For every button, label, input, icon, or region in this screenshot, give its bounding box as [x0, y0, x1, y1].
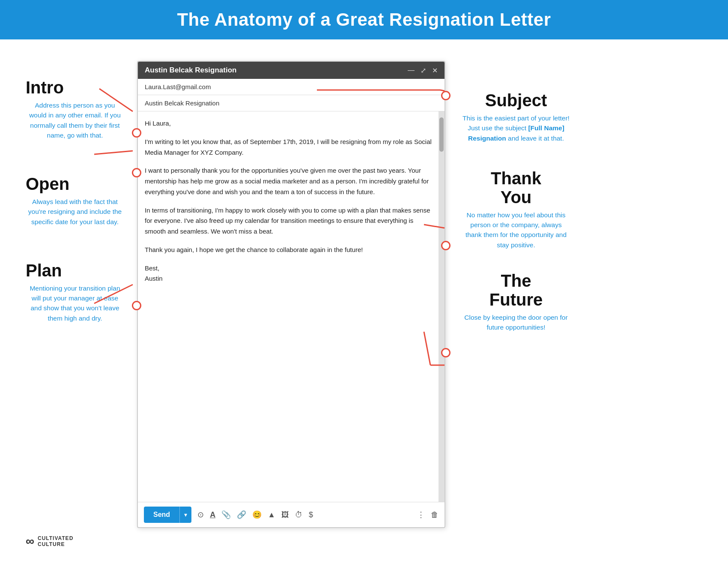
- open-circle-marker: [132, 168, 141, 177]
- intro-circle-marker: [132, 128, 141, 138]
- drive-icon[interactable]: ▲: [268, 510, 275, 519]
- subject-section-desc: This is the easiest part of your letter!…: [462, 113, 570, 143]
- delete-icon[interactable]: 🗑: [431, 510, 439, 519]
- plan-label: Plan: [26, 261, 124, 280]
- email-content: Hi Laura, I'm writing to let you know th…: [138, 111, 439, 502]
- text-format-icon[interactable]: A: [210, 510, 215, 519]
- greeting: Hi Laura,: [145, 118, 432, 129]
- send-button-group[interactable]: Send ▾: [144, 507, 191, 523]
- future-section: TheFuture Close by keeping the door open…: [462, 271, 570, 333]
- main-content: Intro Address this person as you would i…: [0, 39, 728, 545]
- subject-bold-text: [Full Name] Resignation: [468, 124, 564, 141]
- subject-section: Subject This is the easiest part of your…: [462, 91, 570, 143]
- page-title: The Anatomy of a Great Resignation Lette…: [17, 9, 711, 30]
- email-body: Hi Laura, I'm writing to let you know th…: [138, 111, 439, 299]
- paragraph-3: In terms of transitioning, I'm happy to …: [145, 205, 432, 237]
- send-button[interactable]: Send: [144, 507, 179, 523]
- thankyou-section: ThankYou No matter how you feel about th…: [462, 169, 570, 250]
- scrollbar-thumb[interactable]: [439, 117, 444, 152]
- future-section-desc: Close by keeping the door open for futur…: [462, 312, 570, 333]
- thankyou-section-desc: No matter how you feel about this person…: [462, 210, 570, 250]
- to-field[interactable]: Laura.Last@gmail.com: [138, 79, 445, 95]
- emoji-icon[interactable]: 😊: [252, 510, 262, 519]
- format-circle-icon[interactable]: ⊙: [197, 510, 204, 519]
- titlebar-controls: — ⤢ ✕: [408, 66, 438, 75]
- subject-circle-marker: [441, 91, 451, 100]
- branding-text: CULTIVATED CULTURE: [38, 535, 73, 548]
- open-desc: Always lead with the fact that you're re…: [26, 197, 124, 227]
- attachment-icon[interactable]: 📎: [221, 510, 231, 519]
- email-body-area: Hi Laura, I'm writing to let you know th…: [138, 111, 445, 502]
- email-title: Austin Belcak Resignation: [145, 66, 236, 75]
- email-toolbar: Send ▾ ⊙ A 📎 🔗 😊 ▲ 🖼 ⏱ $ ⋮ 🗑: [138, 502, 445, 527]
- thankyou-circle-marker: [441, 241, 451, 250]
- plan-circle-marker: [132, 301, 141, 310]
- maximize-button[interactable]: ⤢: [421, 66, 426, 75]
- intro-label: Intro: [26, 78, 124, 97]
- email-titlebar: Austin Belcak Resignation — ⤢ ✕: [138, 62, 445, 79]
- to-value: Laura.Last@gmail.com: [145, 83, 211, 90]
- branding-logo-icon: ∞: [26, 534, 34, 548]
- subject-section-label: Subject: [462, 91, 570, 110]
- paragraph-4: Thank you again, I hope we get the chanc…: [145, 245, 432, 255]
- right-sidebar: Subject This is the easiest part of your…: [450, 57, 570, 528]
- signature-text: Best,Austin: [145, 263, 432, 285]
- send-dropdown-button[interactable]: ▾: [179, 507, 191, 523]
- branding-name-line2: CULTURE: [38, 541, 73, 547]
- email-window: Austin Belcak Resignation — ⤢ ✕ Laura.La…: [137, 61, 445, 528]
- link-icon[interactable]: 🔗: [237, 510, 246, 519]
- future-circle-marker: [441, 348, 451, 357]
- dollar-icon[interactable]: $: [309, 510, 313, 519]
- future-section-label: TheFuture: [462, 271, 570, 309]
- intro-desc: Address this person as you would in any …: [26, 100, 124, 140]
- subject-value: Austin Belcak Resignation: [145, 99, 219, 107]
- branding-name-line1: CULTIVATED: [38, 535, 73, 541]
- clock-icon[interactable]: ⏱: [295, 510, 303, 519]
- thankyou-section-label: ThankYou: [462, 169, 570, 207]
- scrollbar[interactable]: [439, 111, 445, 502]
- left-sidebar: Intro Address this person as you would i…: [26, 57, 124, 528]
- subject-field[interactable]: Austin Belcak Resignation: [138, 95, 445, 111]
- open-label: Open: [26, 174, 124, 193]
- paragraph-2: I want to personally thank you for the o…: [145, 165, 432, 197]
- header: The Anatomy of a Great Resignation Lette…: [0, 0, 728, 39]
- paragraph-1: I'm writing to let you know that, as of …: [145, 137, 432, 158]
- close-button[interactable]: ✕: [432, 66, 438, 75]
- email-signature: Best,Austin: [145, 263, 432, 285]
- more-options-icon[interactable]: ⋮: [417, 510, 425, 519]
- branding: ∞ CULTIVATED CULTURE: [26, 534, 73, 548]
- minimize-button[interactable]: —: [408, 66, 415, 75]
- plan-desc: Mentioning your transition plan will put…: [26, 283, 124, 323]
- photo-icon[interactable]: 🖼: [281, 510, 289, 519]
- plan-section: Plan Mentioning your transition plan wil…: [26, 261, 124, 323]
- open-section: Open Always lead with the fact that you'…: [26, 174, 124, 227]
- intro-section: Intro Address this person as you would i…: [26, 78, 124, 140]
